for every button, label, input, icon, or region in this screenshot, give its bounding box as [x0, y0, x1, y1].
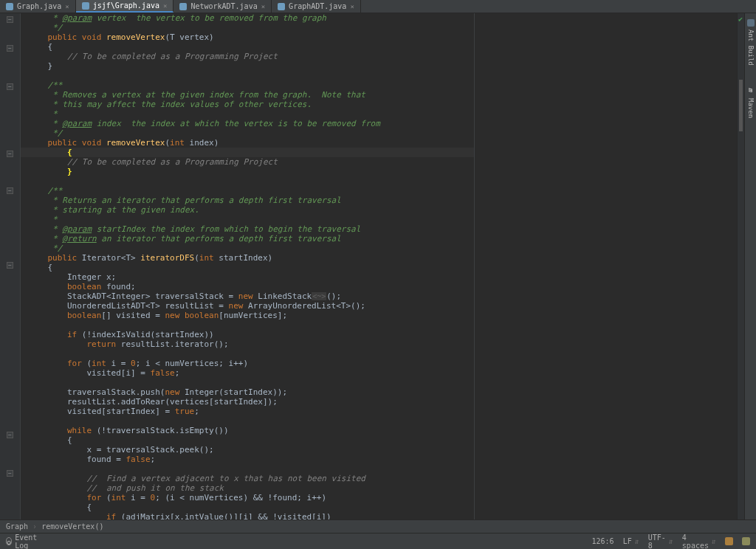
- close-icon[interactable]: ×: [163, 2, 167, 10]
- tab-label: GraphADT.java: [289, 2, 346, 10]
- lock-icon: [725, 537, 733, 545]
- java-file-icon: [6, 3, 13, 10]
- tab-networkadt[interactable]: NetworkADT.java ×: [173, 0, 272, 13]
- right-toolwindow-bar: Ant Build m Maven: [744, 13, 756, 519]
- tab-label: NetworkADT.java: [190, 2, 257, 10]
- breadcrumb-bar: Graph › removeVertex(): [0, 519, 756, 533]
- scroll-marker[interactable]: [739, 80, 743, 131]
- main-area: − − − − − − − − * @param vertex the vert…: [0, 13, 756, 519]
- maven-icon: m: [747, 88, 755, 95]
- fold-icon[interactable]: −: [7, 16, 13, 23]
- cursor-position[interactable]: 126:6: [592, 537, 614, 545]
- fold-icon[interactable]: −: [7, 151, 13, 157]
- gutter[interactable]: − − − − − − − −: [0, 13, 21, 519]
- event-log-icon: ✪: [6, 537, 12, 545]
- inspector-icon: [742, 537, 750, 545]
- encoding[interactable]: UTF-8 ⇵: [648, 534, 673, 550]
- tab-graph[interactable]: Graph.java ×: [0, 0, 76, 13]
- java-file-icon: [179, 3, 187, 10]
- tab-label: Graph.java: [17, 2, 61, 10]
- close-icon[interactable]: ×: [350, 3, 354, 10]
- line-separator[interactable]: LF ⇵: [623, 537, 639, 545]
- breadcrumb-separator: ›: [32, 522, 37, 531]
- java-file-icon: [82, 2, 89, 10]
- tab-jsjf-graph[interactable]: jsjf\Graph.java ×: [76, 0, 174, 13]
- fold-icon[interactable]: −: [7, 432, 13, 438]
- ant-icon: [747, 19, 755, 27]
- code-editor[interactable]: * @param vertex the vertex to be removed…: [21, 13, 474, 519]
- readonly-toggle[interactable]: [725, 537, 733, 545]
- editor-tab-bar: Graph.java × jsjf\Graph.java × NetworkAD…: [0, 0, 756, 13]
- error-stripe[interactable]: ✔: [737, 13, 744, 519]
- close-icon[interactable]: ×: [65, 3, 69, 10]
- toolwindow-maven[interactable]: m Maven: [747, 88, 755, 118]
- analysis-ok-icon: ✔: [738, 15, 743, 23]
- tab-graphadt[interactable]: GraphADT.java ×: [272, 0, 361, 13]
- breadcrumb-class[interactable]: Graph: [6, 522, 28, 531]
- status-bar: ✪ Event Log 126:6 LF ⇵ UTF-8 ⇵ 4 spaces …: [0, 533, 756, 549]
- close-icon[interactable]: ×: [261, 3, 265, 10]
- fold-icon[interactable]: −: [7, 45, 13, 52]
- indent[interactable]: 4 spaces ⇵: [682, 534, 716, 550]
- fold-icon[interactable]: −: [7, 262, 13, 269]
- event-log-button[interactable]: ✪ Event Log: [6, 534, 42, 550]
- java-file-icon: [278, 3, 285, 10]
- hector-icon[interactable]: [742, 537, 750, 545]
- fold-icon[interactable]: −: [7, 187, 13, 194]
- fold-icon[interactable]: −: [7, 470, 13, 477]
- tab-label: jsjf\Graph.java: [93, 1, 159, 10]
- fold-icon[interactable]: −: [7, 83, 13, 90]
- editor-split: − − − − − − − − * @param vertex the vert…: [0, 13, 744, 519]
- toolwindow-ant[interactable]: Ant Build: [747, 19, 755, 66]
- right-editor-pane[interactable]: [475, 13, 737, 519]
- breadcrumb-method[interactable]: removeVertex(): [41, 522, 103, 531]
